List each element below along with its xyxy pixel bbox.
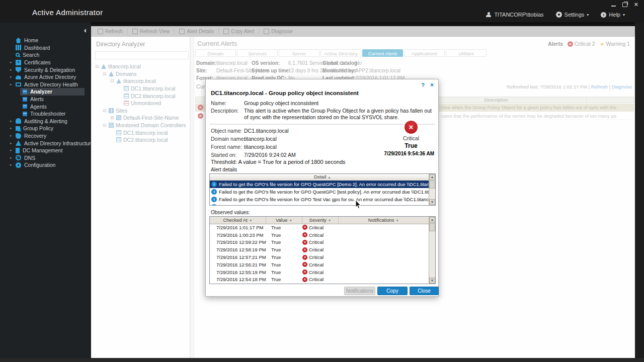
sidebar-item-configuration[interactable]: ▸Configuration bbox=[0, 161, 91, 169]
dialog-help-icon[interactable]: ? bbox=[421, 82, 425, 88]
window-edge bbox=[635, 23, 644, 362]
sidebar-item-agents[interactable]: Agents bbox=[20, 103, 85, 110]
scroll-thumb[interactable] bbox=[429, 180, 435, 189]
severity-column-header[interactable]: Severity ▼ bbox=[302, 217, 339, 224]
user-icon bbox=[486, 12, 492, 18]
observed-row[interactable]: 7/29/2016 12:54:18 PMTrue×Critical bbox=[210, 276, 429, 284]
detail-row-selected[interactable]: iFailed to get the GPO's file version fo… bbox=[210, 180, 429, 188]
critical-icon: × bbox=[302, 277, 307, 282]
sidebar-item-azure-ad[interactable]: ▸Azure Active Directory bbox=[0, 73, 91, 81]
sidebar-item-recovery[interactable]: ▸Recovery bbox=[0, 132, 91, 140]
sidebar-nav: Home Dashboard Search ▸Certificates ▸Sec… bbox=[0, 37, 91, 169]
chevron-down-icon: ▾ bbox=[623, 13, 625, 17]
copy-button[interactable]: Copy bbox=[377, 287, 408, 295]
dc-management-icon bbox=[16, 148, 20, 153]
close-button[interactable]: Close bbox=[410, 287, 439, 295]
sidebar-item-ad-infrastructure[interactable]: ▸Active Directory Infrastructure bbox=[0, 139, 91, 147]
info-icon: i bbox=[211, 197, 217, 202]
scrollbar[interactable]: ▲ ▼ bbox=[429, 217, 435, 284]
observed-row[interactable]: 7/29/2016 12:57:21 PMTrue×Critical bbox=[210, 253, 429, 261]
agents-icon bbox=[23, 104, 27, 109]
alert-details-label: Alert details bbox=[211, 167, 237, 172]
help-label: Help bbox=[609, 12, 620, 18]
observed-values-table: Checked At ▼ Value ▼ Severity ▼ Notifica… bbox=[209, 216, 436, 284]
observed-row[interactable]: 7/29/2016 12:55:19 PMTrue×Critical bbox=[210, 268, 429, 276]
scrollbar[interactable]: ▲ ▼ bbox=[429, 174, 435, 205]
info-icon: i bbox=[211, 204, 217, 206]
detail-row[interactable]: iFailed to get the GPO's file version fo… bbox=[210, 196, 429, 203]
dns-icon bbox=[16, 155, 21, 160]
domain-name-value: titancorp.local bbox=[244, 136, 277, 142]
scroll-thumb[interactable] bbox=[429, 223, 435, 231]
search-icon bbox=[16, 53, 20, 57]
sidebar-item-home[interactable]: Home bbox=[0, 37, 91, 44]
dialog-close-icon[interactable]: × bbox=[430, 81, 434, 88]
window-controls: × bbox=[611, 2, 638, 8]
minimize-icon[interactable] bbox=[611, 6, 616, 7]
sidebar-item-analyzer[interactable]: Analyzer bbox=[20, 88, 85, 96]
sidebar-collapse-icon[interactable]: ‹ bbox=[84, 27, 87, 34]
observed-row[interactable]: 7/29/2016 1:01:17 PMTrue×Critical bbox=[210, 224, 429, 231]
sidebar-item-search[interactable]: Search bbox=[0, 51, 91, 59]
object-name-label: Object name: bbox=[211, 128, 242, 134]
observed-row[interactable]: 7/29/2016 12:56:21 PMTrue×Critical bbox=[210, 261, 429, 268]
alert-detail-dialog: ? × DC1.titancorp.local - Group policy o… bbox=[205, 79, 439, 297]
name-label: Name: bbox=[211, 100, 226, 106]
sidebar-item-troubleshooter[interactable]: Troubleshooter bbox=[20, 110, 85, 118]
critical-icon: × bbox=[302, 240, 307, 245]
observed-rows: 7/29/2016 1:01:17 PMTrue×Critical 7/29/2… bbox=[210, 224, 429, 283]
titlebar: Active Administrator × TITANCORP\ttobias… bbox=[0, 0, 644, 23]
gear-icon bbox=[556, 12, 562, 18]
status-severity: Critical bbox=[396, 135, 426, 141]
auditing-alerting-icon bbox=[16, 118, 21, 124]
window-edge bbox=[0, 358, 644, 362]
ad-health-icon bbox=[16, 82, 21, 86]
sort-icon: ▼ bbox=[328, 219, 332, 222]
sidebar-item-auditing-alerting[interactable]: ▸Auditing & Alerting bbox=[0, 118, 91, 125]
scroll-down-icon[interactable]: ▼ bbox=[429, 199, 435, 205]
status-timestamp: 7/29/2016 9:54:36 AM bbox=[384, 151, 434, 156]
observed-row[interactable]: 7/29/2016 1:00:23 PMTrue×Critical bbox=[210, 231, 429, 239]
critical-icon: × bbox=[302, 269, 307, 275]
notifications-column-header[interactable]: Notifications ▼ bbox=[339, 217, 429, 224]
detail-column-header[interactable]: Detail ▲ bbox=[210, 174, 435, 181]
expand-arrow-icon: ▸ bbox=[10, 68, 16, 72]
sidebar-item-dc-management[interactable]: ▸DC Management bbox=[0, 147, 91, 154]
help-menu[interactable]: i Help ▾ bbox=[601, 12, 625, 18]
sidebar-item-security-delegation[interactable]: ▸Security & Delegation bbox=[0, 66, 91, 73]
scroll-up-icon[interactable]: ▲ bbox=[429, 217, 435, 223]
sort-asc-icon: ▲ bbox=[328, 175, 331, 179]
titlebar-right-cluster: TITANCORP\ttobias Settings ▾ i Help ▾ bbox=[486, 12, 625, 18]
dashboard-icon bbox=[16, 45, 21, 50]
sort-icon: ▼ bbox=[395, 219, 399, 222]
user-menu[interactable]: TITANCORP\ttobias bbox=[486, 12, 543, 18]
restore-icon[interactable] bbox=[622, 3, 627, 7]
notifications-button[interactable]: Notifications bbox=[344, 287, 375, 295]
detail-row[interactable]: iFailed to get the GPO's file version fo… bbox=[210, 203, 429, 206]
settings-menu[interactable]: Settings ▾ bbox=[556, 12, 589, 18]
status-value: True bbox=[396, 142, 426, 149]
threshold-text: Threshold: A value = True for a period o… bbox=[211, 159, 346, 165]
forest-name-label: Forest name: bbox=[211, 144, 242, 150]
observed-row[interactable]: 7/29/2016 12:58:19 PMTrue×Critical bbox=[210, 246, 429, 253]
scroll-down-icon[interactable]: ▼ bbox=[429, 278, 435, 284]
sidebar-item-certificates[interactable]: ▸Certificates bbox=[0, 59, 91, 66]
sidebar-item-group-policy[interactable]: ▸Group Policy bbox=[0, 125, 91, 132]
sort-icon: ▼ bbox=[249, 219, 253, 222]
started-on-label: Started on: bbox=[211, 152, 236, 158]
sidebar-item-ad-health[interactable]: ▸Active Directory Health bbox=[0, 81, 91, 88]
expand-arrow-icon: ▸ bbox=[10, 119, 16, 123]
scroll-up-icon[interactable]: ▲ bbox=[429, 174, 435, 180]
observed-row[interactable]: 7/29/2016 12:59:22 PMTrue×Critical bbox=[210, 239, 429, 246]
checked-at-column-header[interactable]: Checked At ▼ bbox=[210, 217, 266, 224]
sort-icon: ▼ bbox=[289, 219, 292, 222]
detail-row[interactable]: iFailed to get the GPO's file version fo… bbox=[210, 188, 429, 196]
close-window-icon[interactable]: × bbox=[634, 2, 638, 8]
value-column-header[interactable]: Value ▼ bbox=[266, 217, 302, 224]
sidebar-item-dns[interactable]: ▸DNS bbox=[0, 154, 91, 162]
sidebar-item-alerts[interactable]: Alerts bbox=[20, 96, 85, 103]
sidebar-item-dashboard[interactable]: Dashboard bbox=[0, 44, 91, 52]
ad-infrastructure-icon bbox=[16, 140, 21, 146]
expand-arrow-icon: ▸ bbox=[10, 156, 16, 160]
dialog-title: DC1.titancorp.local - Group policy objec… bbox=[211, 90, 359, 96]
